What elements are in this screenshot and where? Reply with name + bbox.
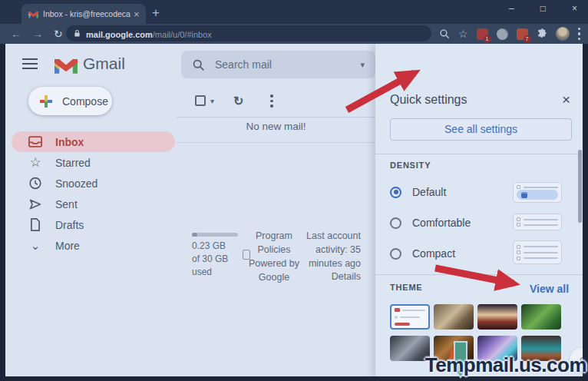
bookmark-star-icon[interactable]: ☆: [458, 28, 468, 40]
density-section-label: DENSITY: [390, 161, 431, 170]
divider: [375, 154, 583, 154]
radio-comfortable[interactable]: [390, 217, 401, 229]
url-path: /mail/u/0/#inbox: [153, 30, 212, 39]
search-icon: [192, 58, 205, 71]
browser-profile-avatar[interactable]: [556, 27, 570, 41]
extension-icon-2[interactable]: [497, 28, 508, 40]
extension-badge: 1: [484, 35, 491, 43]
browser-menu-icon[interactable]: [578, 28, 581, 41]
density-preview-comfortable: [513, 214, 562, 230]
minimize-button[interactable]: –: [509, 3, 514, 14]
search-options-icon[interactable]: ▾: [360, 60, 365, 70]
more-options-icon[interactable]: [270, 94, 273, 108]
clock-icon: [28, 177, 42, 190]
tab-title: Inbox - kris@freecodecamp.org - fre: [43, 9, 130, 18]
new-tab-button[interactable]: +: [152, 5, 160, 21]
extension-icon-3[interactable]: 7: [517, 28, 528, 40]
extension-badge: 7: [524, 35, 531, 43]
draft-icon: [28, 218, 42, 231]
select-caret-icon[interactable]: ▾: [210, 97, 214, 105]
panel-title: Quick settings: [390, 93, 467, 107]
chevron-down-icon: ⌄: [28, 242, 42, 250]
theme-thumb-chess[interactable]: [434, 304, 474, 330]
browser-window: Inbox - kris@freecodecamp.org - fre × + …: [0, 0, 588, 381]
gmail-page: Gmail Search mail ▾ ? Google: [5, 44, 583, 376]
panel-close-icon[interactable]: ×: [562, 91, 570, 108]
see-all-settings-button[interactable]: See all settings: [390, 118, 572, 141]
empty-inbox-message: No new mail!: [177, 121, 375, 132]
panel-scrollbar[interactable]: [578, 150, 582, 223]
program-policies-links[interactable]: Program Policies Powered by Google: [240, 229, 308, 284]
quick-settings-panel: Quick settings × See all settings DENSIT…: [375, 44, 583, 376]
forward-button[interactable]: →: [32, 28, 43, 40]
watermark-text: Tempmail.us.com: [425, 353, 586, 377]
compose-label: Compose: [62, 95, 108, 108]
extension-icon-1[interactable]: 1: [477, 28, 488, 40]
refresh-icon[interactable]: ↻: [233, 94, 243, 108]
gmail-logo-icon: [55, 56, 78, 74]
theme-section-label: THEME: [390, 283, 423, 292]
activity-details-link[interactable]: Details: [301, 271, 361, 282]
select-all-checkbox[interactable]: [195, 95, 206, 106]
density-option-comfortable[interactable]: Comfortable: [390, 214, 513, 232]
theme-thumb-leaf[interactable]: [521, 304, 561, 330]
sidebar-item-starred[interactable]: ☆ Starred: [12, 152, 175, 173]
sidebar-item-inbox[interactable]: Inbox: [12, 131, 175, 152]
gmail-favicon: [28, 10, 38, 18]
sidebar-item-snoozed[interactable]: Snoozed: [12, 173, 175, 194]
theme-thumb-default[interactable]: [390, 304, 430, 330]
tab-close-icon[interactable]: ×: [134, 8, 140, 20]
star-icon: ☆: [28, 154, 42, 171]
compose-button[interactable]: Compose: [28, 87, 112, 115]
url-host: mail.google.com: [86, 30, 153, 39]
storage-usage-text: 0.23 GB of 30 GB used: [192, 240, 228, 279]
last-account-activity-text: Last account activity: 35 minutes ago: [301, 229, 361, 270]
zoom-icon[interactable]: [439, 28, 450, 39]
lock-icon: [74, 29, 81, 38]
extensions-puzzle-icon[interactable]: [537, 28, 547, 39]
density-preview-default: [513, 182, 562, 203]
send-icon: [28, 198, 42, 210]
sidebar-item-sent[interactable]: Sent: [12, 194, 175, 214]
density-option-default[interactable]: Default: [390, 183, 513, 201]
view-all-themes-link[interactable]: View all: [530, 283, 569, 295]
back-button[interactable]: ←: [11, 28, 21, 40]
inbox-icon: [28, 136, 42, 147]
divider: [177, 142, 375, 143]
search-input[interactable]: Search mail ▾: [181, 51, 375, 78]
radio-default[interactable]: [390, 187, 401, 198]
theme-thumb-pebbles[interactable]: [390, 336, 430, 361]
divider: [177, 117, 375, 118]
compose-plus-icon: [40, 95, 52, 108]
tab-strip: Inbox - kris@freecodecamp.org - fre × + …: [0, 0, 588, 24]
search-placeholder: Search mail: [215, 58, 350, 71]
density-preview-compact: [513, 240, 562, 264]
sidebar-item-drafts[interactable]: Drafts: [12, 214, 175, 235]
window-close-button[interactable]: ×: [572, 3, 577, 14]
divider: [375, 274, 583, 275]
reload-button[interactable]: ↻: [54, 28, 63, 40]
address-bar[interactable]: mail.google.com/mail/u/0/#inbox: [66, 25, 431, 41]
storage-progress-bar: [192, 233, 238, 237]
theme-thumb-sunset[interactable]: [477, 304, 517, 330]
browser-toolbar: ← → ↻ mail.google.com/mail/u/0/#inbox ☆ …: [0, 24, 588, 44]
mail-toolbar: ▾ ↻: [177, 90, 375, 116]
radio-compact[interactable]: [390, 248, 401, 260]
sidebar-item-more[interactable]: ⌄ More: [12, 235, 175, 256]
main-menu-icon[interactable]: [22, 58, 38, 69]
density-option-compact[interactable]: Compact: [390, 244, 513, 263]
maximize-button[interactable]: □: [540, 3, 546, 14]
browser-tab[interactable]: Inbox - kris@freecodecamp.org - fre ×: [21, 4, 146, 24]
gmail-wordmark: Gmail: [83, 55, 125, 73]
